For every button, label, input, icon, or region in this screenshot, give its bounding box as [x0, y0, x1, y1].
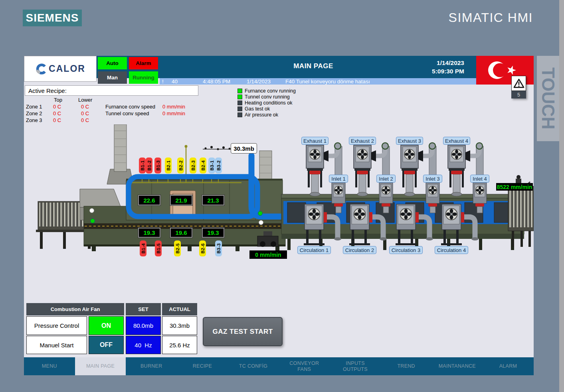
exhaust-fan-button[interactable]: Exhaust 2	[349, 137, 376, 145]
zone-label: Zone 3	[26, 117, 42, 123]
zone-top-value: 0 C	[53, 110, 61, 116]
pressure-set-input[interactable]: 80.0mb	[126, 316, 161, 335]
burner-button[interactable]: B1-3	[154, 158, 161, 173]
fan-table-header: Combustion Air Fan	[26, 303, 124, 315]
circulation-fan-button[interactable]: Circulation 1	[297, 246, 331, 254]
manual-start-toggle[interactable]: OFF	[89, 336, 124, 354]
status-heating: Heating conditions ok	[237, 100, 293, 106]
burner-button[interactable]: B3-1	[208, 158, 215, 173]
alarm-ack-button[interactable]: 5	[511, 76, 526, 98]
status-led	[237, 89, 242, 93]
nav-tab-inputs-outputs[interactable]: INPUTS OUTPUTS	[330, 357, 381, 375]
burner-button[interactable]: B1-4	[140, 240, 146, 256]
burner-button[interactable]: B3-3	[215, 240, 222, 256]
nav-tab-trend[interactable]: TREND	[381, 357, 432, 375]
tunnel-speed-value: 0 mm/min	[162, 110, 185, 116]
burner-button[interactable]: B2-1	[165, 158, 172, 173]
alarm-time: 4:48:05 PM	[203, 79, 230, 85]
bottom-navigation: MENU MAIN PAGE BURNER RECIPE TC CONFİG C…	[24, 357, 534, 375]
alarm-status-button[interactable]: Alarm	[129, 57, 158, 69]
status-air-pressure: Air pressure ok	[237, 112, 278, 118]
exhaust-fan-button[interactable]: Exhaust 4	[443, 137, 470, 145]
nav-tab-recipe[interactable]: RECIPE	[177, 357, 228, 375]
burner-button[interactable]: B2-4	[200, 158, 206, 173]
burner-button[interactable]: B1-2	[146, 158, 152, 173]
nav-tab-alarm[interactable]: ALARM	[483, 357, 534, 375]
gaz-test-start-button[interactable]: GAZ TEST START	[203, 317, 283, 346]
running-status-button[interactable]: Running	[129, 71, 158, 84]
alarm-bang: !	[162, 79, 164, 85]
alarm-count-badge: 5	[511, 91, 526, 98]
zone3-top-temp: 21.3	[202, 195, 224, 205]
inlet-fan-button[interactable]: Inlet 1	[329, 175, 348, 183]
warning-icon	[513, 78, 524, 89]
circulation-fan-button[interactable]: Circulation 2	[343, 246, 376, 254]
actual-column-header: ACTUAL	[162, 303, 197, 315]
burner-button[interactable]: B2-5	[174, 240, 181, 256]
status-led	[237, 112, 242, 117]
auto-mode-button[interactable]: Auto	[98, 57, 127, 69]
inlet-fan-button[interactable]: Inlet 4	[470, 175, 489, 183]
zone1-top-temp: 22.6	[138, 195, 160, 205]
alarm-text: F40 Tunel konveyoru dönme hatası	[285, 79, 370, 85]
circulation-fan-button[interactable]: Circulation 4	[435, 246, 468, 254]
burner-button[interactable]: B1-5	[155, 240, 162, 256]
burner-button[interactable]: B2-3	[190, 158, 196, 173]
bezel-edge	[559, 0, 564, 392]
zone1-lower-temp: 19.3	[138, 228, 160, 238]
calor-logo-text: CALOR	[49, 63, 85, 74]
nav-tab-conveyor-fans[interactable]: CONVEYOR FANS	[279, 357, 330, 375]
inlet-fan-button[interactable]: Inlet 3	[423, 175, 442, 183]
zone-label: Zone 2	[26, 110, 42, 116]
burner-button[interactable]: B2-2	[177, 158, 184, 173]
alarm-message-bar[interactable]: ! 40 4:48:05 PM 1/14/2023 F40 Tunel konv…	[160, 78, 476, 85]
status-led	[237, 100, 242, 105]
alarm-number: 40	[172, 79, 178, 85]
exhaust-fan-button[interactable]: Exhaust 1	[301, 137, 329, 145]
time: 5:09:30 PM	[419, 67, 464, 75]
zone-top-value: 0 C	[53, 117, 61, 123]
manual-start-label: Manuel Start	[26, 336, 87, 354]
hmi-screen: CALOR Auto Alarm Man Running MAIN PAGE 1…	[24, 56, 534, 375]
furnace-diagram: 30.3mb 22.6 21.9 21.3 19.3 19.6 19.3 B1-…	[24, 124, 534, 301]
furnace-speed-label: Furnance conv speed	[105, 104, 155, 110]
status-tunnel-conv: Tunnel conv running	[237, 94, 290, 100]
zone-lower-value: 0 C	[81, 117, 89, 123]
nav-tab-tc-config[interactable]: TC CONFİG	[228, 357, 279, 375]
status-gas-test: Gas test ok	[237, 106, 270, 112]
burner-button[interactable]: B1-1	[139, 158, 146, 173]
exhaust-fan-button[interactable]: Exhaust 3	[396, 137, 423, 145]
manual-mode-button[interactable]: Man	[98, 71, 127, 84]
set-column-header: SET	[126, 303, 161, 315]
air-pressure-tag: 30.3mb	[231, 143, 257, 154]
zone2-top-temp: 21.9	[170, 195, 192, 205]
col-lower: Lower	[78, 97, 92, 103]
status-furnace-conv: Furnance conv running	[237, 88, 296, 94]
status-led	[237, 106, 242, 111]
inlet-fan-button[interactable]: Inlet 2	[376, 175, 396, 183]
status-led	[237, 95, 242, 99]
circulation-fan-button[interactable]: Circulation 3	[389, 246, 423, 254]
active-recipe-header: Active Recipe:	[25, 85, 198, 96]
touch-label: TOUCH	[537, 56, 559, 141]
frequency-set-input[interactable]: 40 Hz	[126, 336, 161, 354]
nav-tab-menu[interactable]: MENU	[24, 357, 75, 375]
burner-button[interactable]: B2-6	[199, 240, 206, 256]
zone-lower-value: 0 C	[81, 104, 89, 110]
datetime-display: 1/14/2023 5:09:30 PM	[419, 59, 464, 75]
siemens-logo: SIEMENS	[23, 10, 82, 26]
furnace-conveyor-speed: 0 mm/min	[249, 250, 287, 259]
nav-tab-burner[interactable]: BURNER	[126, 357, 177, 375]
simatic-hmi-label: SIMATIC HMI	[449, 10, 533, 25]
frequency-actual-value: 25.6 Hz	[162, 336, 197, 354]
zone3-lower-temp: 19.3	[202, 228, 224, 238]
pressure-control-toggle[interactable]: ON	[89, 316, 124, 335]
nav-tab-maintanance[interactable]: MAINTANANCE	[432, 357, 483, 375]
tunnel-speed-label: Tunnel conv speed	[105, 110, 149, 116]
col-top: Top	[54, 97, 62, 103]
nav-tab-main-page[interactable]: MAIN PAGE	[75, 357, 126, 375]
pressure-actual-value: 30.3mb	[162, 316, 197, 335]
tunnel-conveyor-speed: 8522 mm/min	[496, 183, 533, 191]
burner-button[interactable]: B3-2	[215, 158, 222, 173]
calor-icon	[35, 63, 47, 75]
